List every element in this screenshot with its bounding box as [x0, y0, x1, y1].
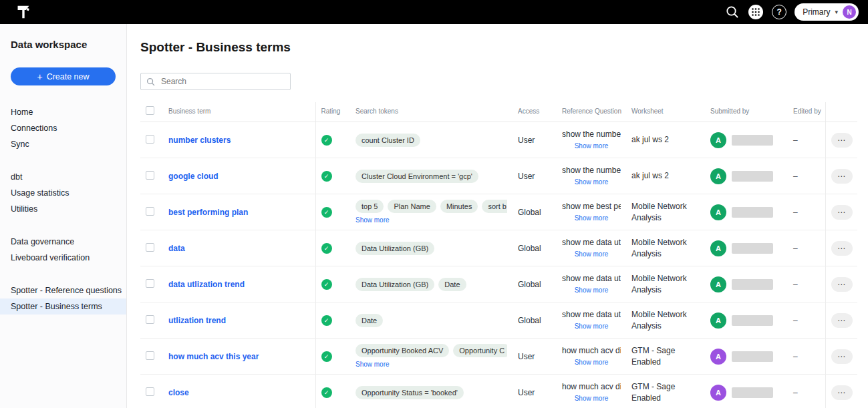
search-token: Date [438, 278, 466, 291]
tokens-show-more-link[interactable]: Show more [355, 216, 390, 224]
row-actions-button[interactable]: ⋯ [831, 277, 853, 292]
apps-grid-icon[interactable] [748, 4, 764, 20]
row-checkbox[interactable] [146, 315, 154, 324]
search-tokens: Data Utilization (GB)Date [355, 278, 507, 291]
user-avatar[interactable]: N [843, 5, 856, 19]
question-show-more-link[interactable]: Show more [575, 250, 609, 258]
row-checkbox[interactable] [146, 351, 154, 360]
worksheet-label: GTM - Sage Enabled [631, 346, 675, 366]
access-label: Global [518, 280, 541, 289]
search-input-icon [146, 77, 155, 86]
table-row: close✓Opportunity Status = 'booked'Userh… [140, 375, 857, 408]
thoughtspot-logo[interactable] [16, 4, 31, 20]
sidebar-group: HomeConnectionsSync [0, 104, 126, 152]
sidebar-item-dbt[interactable]: dbt [0, 169, 126, 185]
org-switcher[interactable]: Primary ▾ N [794, 3, 859, 21]
search-icon[interactable] [724, 4, 740, 20]
sidebar-item-sync[interactable]: Sync [0, 136, 126, 152]
submitter-avatar: A [710, 168, 726, 184]
help-icon[interactable]: ? [771, 4, 787, 20]
question-show-more-link[interactable]: Show more [575, 359, 609, 366]
create-new-label: Create new [47, 72, 90, 81]
row-checkbox[interactable] [146, 207, 154, 216]
business-term-link[interactable]: google cloud [168, 172, 219, 181]
search-tokens: count Cluster ID [355, 134, 507, 147]
sidebar-title: Data workspace [11, 39, 126, 50]
reference-question-text: how much acv did we [562, 382, 621, 391]
row-checkbox[interactable] [146, 243, 154, 252]
row-actions-button[interactable]: ⋯ [831, 241, 853, 256]
business-term-link[interactable]: close [168, 388, 189, 397]
row-actions-button[interactable]: ⋯ [831, 349, 853, 364]
edited-by-value: – [793, 280, 798, 289]
thoughtspot-logo-icon [16, 4, 31, 20]
sidebar-item-connections[interactable]: Connections [0, 120, 126, 136]
sidebar-item-data-governance[interactable]: Data governance [0, 234, 126, 250]
sidebar-item-spotter-business-terms[interactable]: Spotter - Business terms [0, 298, 126, 315]
business-term-link[interactable]: number clusters [168, 136, 231, 145]
worksheet-label: ak jul ws 2 [631, 171, 669, 180]
edited-by-value: – [793, 244, 798, 253]
business-term-link[interactable]: utlization trend [168, 316, 226, 325]
question-show-more-link[interactable]: Show more [575, 323, 609, 330]
header-reference-question: Reference Question [557, 102, 626, 122]
edited-by-value: – [793, 136, 798, 145]
topbar-actions: ? Primary ▾ N [724, 3, 859, 21]
page-title: Spotter - Business terms [140, 40, 864, 55]
rating-verified-icon: ✓ [321, 315, 332, 326]
header-submitted-by: Submitted by [705, 102, 788, 122]
rating-verified-icon: ✓ [321, 171, 332, 182]
sidebar-item-spotter-reference-questions[interactable]: Spotter - Reference questions [0, 282, 126, 298]
reference-question-text: show the number of c [562, 130, 621, 139]
search-input[interactable] [160, 76, 285, 87]
question-show-more-link[interactable]: Show more [575, 214, 609, 222]
sidebar-item-usage-statistics[interactable]: Usage statistics [0, 185, 126, 201]
create-new-button[interactable]: + Create new [11, 67, 116, 85]
table-row: how much acv this year✓Opportunity Booke… [140, 339, 857, 375]
worksheet-label: ak jul ws 2 [631, 135, 669, 144]
row-checkbox[interactable] [146, 387, 154, 396]
submitter-name-redacted [732, 315, 773, 326]
table-row: best performing plan✓top 5Plan NameMinut… [140, 194, 857, 230]
row-checkbox[interactable] [146, 279, 154, 288]
search-token: count Cluster ID [355, 134, 420, 147]
row-actions-button[interactable]: ⋯ [831, 313, 853, 328]
row-actions-button[interactable]: ⋯ [831, 385, 853, 400]
row-actions-button[interactable]: ⋯ [831, 205, 853, 220]
worksheet-label: GTM - Sage Enabled [631, 382, 675, 402]
question-show-more-link[interactable]: Show more [575, 178, 609, 186]
select-all-checkbox[interactable] [146, 106, 154, 115]
access-label: User [518, 172, 535, 181]
access-label: User [518, 136, 535, 145]
search-token: Plan Name [388, 200, 436, 213]
main-content: Spotter - Business terms Business term R… [127, 24, 868, 408]
search-token: Opportunity Booked ACV [355, 344, 449, 357]
question-show-more-link[interactable]: Show more [575, 286, 609, 294]
row-checkbox[interactable] [146, 135, 154, 144]
submitter-avatar: A [710, 240, 726, 256]
access-label: Global [518, 208, 541, 217]
search-tokens: Opportunity Booked ACVOpportunity C [355, 344, 507, 357]
row-checkbox[interactable] [146, 171, 154, 180]
submitter-avatar: A [710, 276, 726, 292]
business-term-link[interactable]: data utlization trend [168, 280, 245, 289]
business-term-link[interactable]: best performing plan [168, 208, 248, 217]
search-tokens: top 5Plan NameMinutessort b [355, 200, 507, 213]
sidebar-item-utilities[interactable]: Utilities [0, 201, 126, 217]
business-term-link[interactable]: how much acv this year [168, 352, 259, 361]
worksheet-label: Mobile Network Analysis [631, 310, 687, 330]
reference-question-text: show me best perfor [562, 202, 621, 211]
sidebar-item-home[interactable]: Home [0, 104, 126, 120]
question-show-more-link[interactable]: Show more [575, 395, 609, 402]
submitter-name-redacted [732, 279, 773, 290]
row-actions-button[interactable]: ⋯ [831, 169, 853, 184]
tokens-show-more-link[interactable]: Show more [355, 361, 390, 368]
plus-icon: + [37, 72, 42, 81]
header-edited-by: Edited by [788, 102, 825, 122]
edited-by-value: – [793, 388, 798, 397]
sidebar-item-liveboard-verification[interactable]: Liveboard verification [0, 250, 126, 266]
table-row: google cloud✓Cluster Cloud Environment =… [140, 158, 857, 194]
question-show-more-link[interactable]: Show more [575, 142, 609, 150]
row-actions-button[interactable]: ⋯ [831, 133, 853, 148]
business-term-link[interactable]: data [168, 244, 185, 253]
